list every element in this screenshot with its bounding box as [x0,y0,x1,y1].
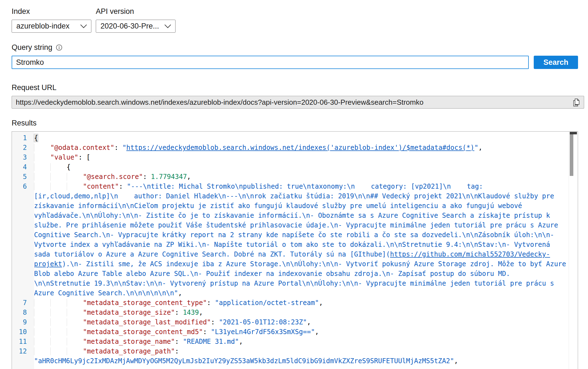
code-line: 3 "value": [ [12,153,578,162]
code-line: 2 "@odata.context": "https://vedeckydemo… [12,143,578,153]
query-string-label: Query string [12,43,588,52]
scrollbar-track-divider [569,132,569,369]
line-number: 2 [12,143,34,153]
code-content[interactable]: "metadata_storage_last_modified": "2021-… [34,317,578,327]
api-version-dropdown[interactable]: 2020-06-30-Pre... [96,20,176,33]
api-version-label: API version [96,7,176,16]
chevron-down-icon [164,24,171,29]
chevron-down-icon [80,24,87,29]
index-api-row: Index azureblob-index API version 2020-0… [12,7,588,33]
code-line: 12 "metadata_storage_path": "aHR0cHM6Ly9… [12,347,578,366]
code-content[interactable]: "metadata_storage_size": 1439, [34,308,578,317]
code-content[interactable]: { [34,162,578,172]
results-editor-lines[interactable]: 1{2 "@odata.context": "https://vedeckyde… [12,132,578,366]
line-number: 3 [12,153,34,162]
code-content[interactable]: "value": [ [34,153,578,162]
index-dropdown[interactable]: azureblob-index [12,20,91,33]
request-url-label: Request URL [12,83,588,92]
line-number: 5 [12,172,34,182]
code-content[interactable]: "@search.score": 1.7794347, [34,172,578,182]
code-line: 4 { [12,162,578,172]
request-url-value: https://vedeckydemoblob.search.windows.n… [16,98,424,107]
line-number: 10 [12,327,34,337]
query-section: Query string Search [12,43,588,69]
code-line: 1{ [12,133,578,143]
search-explorer-page: Index azureblob-index API version 2020-0… [0,0,588,369]
code-content[interactable]: "metadata_storage_content_md5": "L31yeLn… [34,327,578,337]
request-url-section: Request URL https://vedeckydemoblob.sear… [12,83,588,109]
code-content[interactable]: "metadata_storage_name": "README 31.md", [34,337,578,347]
index-label: Index [12,7,91,16]
line-number: 4 [12,162,34,172]
overview-ruler-mark [570,132,577,134]
code-content[interactable]: "metadata_storage_content_type": "applic… [34,298,578,308]
line-number: 7 [12,298,34,308]
api-version-dropdown-value: 2020-06-30-Pre... [100,22,159,30]
vertical-scrollbar-thumb[interactable] [570,134,573,176]
request-url-field[interactable]: https://vedeckydemoblob.search.windows.n… [12,96,584,109]
results-label: Results [12,119,588,127]
code-line: 6 "content": "---\ntitle: Michal Stromko… [12,182,578,298]
line-number: 12 [12,347,34,366]
results-editor[interactable]: 1{2 "@odata.context": "https://vedeckyde… [12,131,578,369]
code-line: 9 "metadata_storage_last_modified": "202… [12,317,578,327]
line-number: 11 [12,337,34,347]
info-icon[interactable] [56,44,63,51]
line-number: 1 [12,133,34,143]
code-content[interactable]: "@odata.context": "https://vedeckydemobl… [34,143,578,153]
code-content[interactable]: "content": "---\ntitle: Michal Stromko\n… [34,182,578,298]
code-line: 7 "metadata_storage_content_type": "appl… [12,298,578,308]
line-number: 6 [12,182,34,298]
line-number: 9 [12,317,34,327]
search-button[interactable]: Search [534,56,578,69]
results-section: Results 1{2 "@odata.context": "https://v… [12,119,588,369]
code-content[interactable]: "metadata_storage_path": "aHR0cHM6Ly9jc2… [34,347,578,366]
code-line: 10 "metadata_storage_content_md5": "L31y… [12,327,578,337]
code-line: 8 "metadata_storage_size": 1439, [12,308,578,317]
query-input[interactable] [12,56,529,69]
query-string-label-text: Query string [12,43,52,52]
index-dropdown-value: azureblob-index [16,22,69,30]
line-number: 8 [12,308,34,317]
code-line: 5 "@search.score": 1.7794347, [12,172,578,182]
code-line: 11 "metadata_storage_name": "README 31.m… [12,337,578,347]
copy-icon[interactable] [572,98,581,107]
code-content[interactable]: { [34,133,578,143]
